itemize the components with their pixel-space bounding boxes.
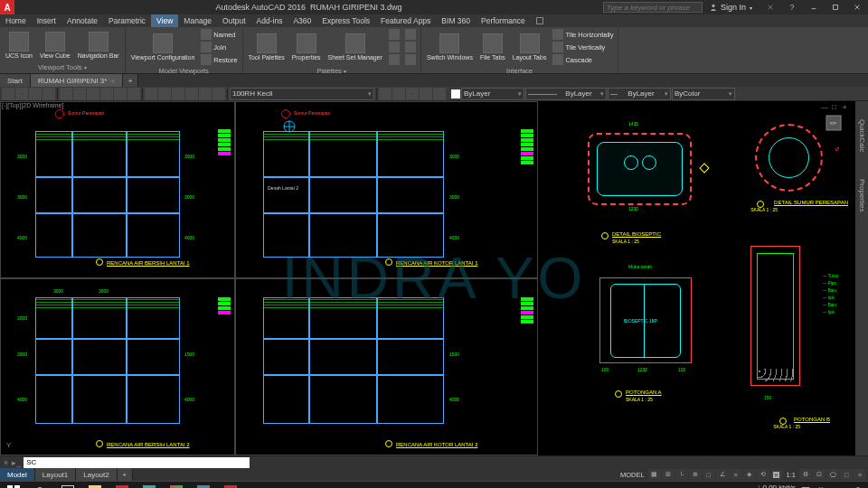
qbtn-8[interactable] bbox=[100, 88, 113, 100]
panel-label-viewport-tools[interactable]: Viewport Tools ▾ bbox=[3, 62, 122, 72]
navigation-cube[interactable]: TOP bbox=[817, 107, 850, 139]
help-icon[interactable]: ? bbox=[781, 0, 803, 14]
polar-icon[interactable]: ⊕ bbox=[689, 469, 702, 480]
osnap-icon[interactable]: □ bbox=[703, 469, 715, 480]
qbtn-21[interactable] bbox=[433, 88, 446, 100]
search-taskbar-icon[interactable] bbox=[27, 482, 54, 489]
qbtn-17[interactable] bbox=[379, 88, 392, 100]
tile-v-button[interactable]: Tile Vertically bbox=[551, 41, 615, 53]
cmd-close-icon[interactable]: × bbox=[4, 458, 8, 467]
viewport-2[interactable]: Sumur Peresapan Denah Lantai 2 3000 3000… bbox=[235, 101, 538, 278]
panel-expand-icon[interactable] bbox=[531, 14, 549, 27]
cycling-icon[interactable]: ⟲ bbox=[757, 469, 769, 480]
start-button[interactable] bbox=[0, 482, 27, 489]
switch-windows-button[interactable]: Switch Windows bbox=[424, 33, 476, 61]
menu-parametric[interactable]: Parametric bbox=[103, 14, 151, 27]
palette-sm2[interactable] bbox=[387, 41, 401, 53]
palette-sm5[interactable] bbox=[403, 41, 418, 53]
exchange-icon[interactable] bbox=[760, 0, 781, 14]
right-viewport[interactable]: — □ × TOP 1435 1230 DETAIL BIOSEPTIC SKA… bbox=[538, 101, 868, 455]
taskview-icon[interactable] bbox=[54, 482, 81, 489]
qbtn-19[interactable] bbox=[406, 88, 419, 100]
named-button[interactable]: Named bbox=[199, 28, 239, 41]
telegram-icon[interactable] bbox=[136, 482, 163, 489]
palette-sm4[interactable] bbox=[403, 28, 418, 41]
qbtn-3[interactable] bbox=[29, 88, 42, 100]
custom-icon[interactable]: ≡ bbox=[854, 469, 866, 480]
plotstyle-combo[interactable]: ByColor▾ bbox=[672, 88, 735, 100]
clean-icon[interactable]: □ bbox=[840, 469, 853, 480]
linetype-combo[interactable]: ———— ByLayer▾ bbox=[525, 88, 607, 100]
layer-color-combo[interactable]: ByLayer▾ bbox=[461, 88, 524, 100]
qbtn-5[interactable] bbox=[60, 88, 72, 100]
status-scale[interactable]: 1:1 bbox=[784, 471, 798, 479]
menu-view[interactable]: View bbox=[151, 14, 178, 27]
viewport-config-button[interactable]: Viewport Configuration bbox=[128, 33, 198, 61]
menu-manage[interactable]: Manage bbox=[178, 14, 217, 27]
tile-h-button[interactable]: Tile Horizontally bbox=[551, 28, 615, 41]
ortho-icon[interactable]: └ bbox=[675, 469, 688, 480]
explorer-icon[interactable] bbox=[81, 482, 108, 489]
viewport-label[interactable]: [-][Top][2D Wireframe] bbox=[2, 102, 63, 108]
layout-tabs-button[interactable]: Layout Tabs bbox=[510, 33, 550, 61]
qbtn-7[interactable] bbox=[87, 88, 99, 100]
sheetset-button[interactable]: Sheet Set Manager bbox=[326, 33, 385, 61]
restore-button[interactable]: Restore bbox=[199, 53, 239, 66]
app2-icon[interactable] bbox=[190, 482, 217, 489]
ucs-icon-button[interactable]: UCS Icon bbox=[3, 31, 35, 60]
menu-insert[interactable]: Insert bbox=[32, 14, 61, 27]
minimize-button[interactable] bbox=[803, 0, 825, 14]
lweight-icon[interactable]: ≡ bbox=[730, 469, 742, 480]
viewport-4[interactable]: 1500 4000 RENCANA AIR KOTOR LANTAI 2 bbox=[235, 278, 538, 455]
menu-home[interactable]: Home bbox=[0, 14, 32, 27]
viewport-3[interactable]: 3000 3000 2000 2000 4000 1500 4000 RENCA… bbox=[0, 278, 235, 455]
close-button[interactable] bbox=[846, 0, 868, 14]
grid-icon[interactable]: ▦ bbox=[648, 469, 661, 480]
properties-tab[interactable]: Properties bbox=[858, 179, 866, 211]
qbtn-11[interactable] bbox=[145, 88, 157, 100]
signin-button[interactable]: Sign In ▾ bbox=[703, 3, 760, 12]
palette-sm3[interactable] bbox=[387, 53, 401, 66]
quickcalc-tab[interactable]: QuickCalc bbox=[858, 119, 866, 152]
monitor-icon[interactable]: 🖵 bbox=[826, 469, 839, 480]
app-taskbar-icon[interactable] bbox=[108, 482, 136, 489]
qbtn-4[interactable] bbox=[42, 88, 55, 100]
tab-start[interactable]: Start bbox=[0, 74, 31, 87]
viewcube-button[interactable]: View Cube bbox=[37, 31, 73, 60]
help-search-input[interactable] bbox=[603, 2, 703, 13]
qbtn-9[interactable] bbox=[114, 88, 127, 100]
menu-express-tools[interactable]: Express Tools bbox=[316, 14, 375, 27]
panel-label-palettes[interactable]: Palettes ▾ bbox=[246, 66, 418, 76]
chrome-icon[interactable] bbox=[163, 482, 190, 489]
otrack-icon[interactable]: ∠ bbox=[716, 469, 729, 480]
menu-bim-360[interactable]: BIM 360 bbox=[436, 14, 476, 27]
menu-annotate[interactable]: Annotate bbox=[61, 14, 103, 27]
file-tabs-button[interactable]: File Tabs bbox=[477, 33, 508, 61]
tab-model[interactable]: Model bbox=[0, 468, 35, 481]
tab-drawing[interactable]: RUMAH GIRIPENI 3*× bbox=[31, 74, 123, 87]
snap-icon[interactable]: ⊞ bbox=[662, 469, 675, 480]
command-input[interactable] bbox=[24, 457, 250, 468]
menu-performance[interactable]: Performance bbox=[476, 14, 531, 27]
menu-a360[interactable]: A360 bbox=[288, 14, 316, 27]
annotation-scale-combo[interactable]: 100RH Kecil▾ bbox=[230, 88, 374, 100]
qbtn-14[interactable] bbox=[185, 88, 198, 100]
menu-output[interactable]: Output bbox=[217, 14, 251, 27]
cascade-button[interactable]: Cascade bbox=[551, 53, 615, 66]
autocad-icon[interactable] bbox=[217, 482, 244, 489]
workspace-icon[interactable]: ⊡ bbox=[813, 469, 826, 480]
close-tab-icon[interactable]: × bbox=[110, 77, 115, 85]
qbtn-2[interactable] bbox=[15, 88, 28, 100]
color-swatch[interactable] bbox=[451, 89, 460, 99]
drawing-area[interactable]: INDRA YO [-][Top][2D Wireframe] Sumur Pe… bbox=[0, 101, 868, 455]
properties-button[interactable]: Properties bbox=[289, 33, 324, 61]
palette-sm6[interactable] bbox=[403, 53, 418, 66]
palette-sm1[interactable] bbox=[387, 28, 401, 41]
join-button[interactable]: Join bbox=[199, 41, 239, 53]
tab-layout2[interactable]: Layout2 bbox=[76, 468, 117, 481]
tab-layout1[interactable]: Layout1 bbox=[35, 468, 76, 481]
transparency-icon[interactable]: ◈ bbox=[743, 469, 756, 480]
gear-icon[interactable]: ⚙ bbox=[799, 469, 812, 480]
maximize-button[interactable] bbox=[825, 0, 846, 14]
qbtn-12[interactable] bbox=[158, 88, 171, 100]
